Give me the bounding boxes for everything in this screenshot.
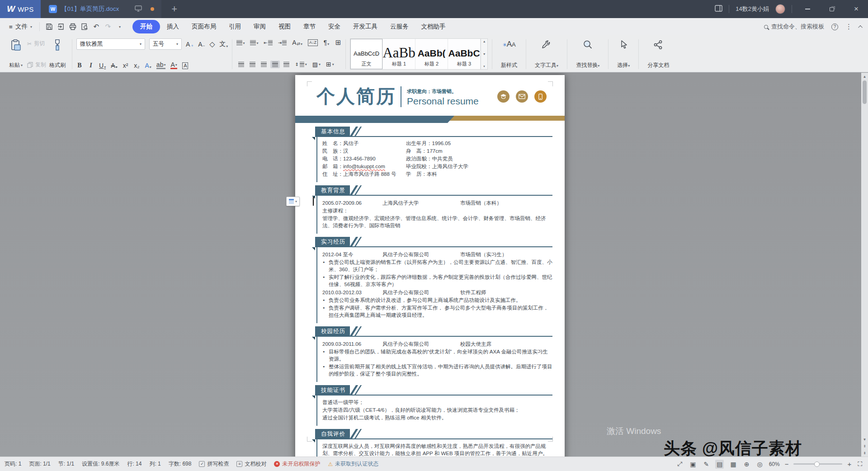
align-left-button[interactable] xyxy=(236,61,246,68)
web-view-icon[interactable]: ⊕ xyxy=(743,460,751,469)
screen-share-icon[interactable] xyxy=(135,5,142,13)
style-item-标题 2[interactable]: AaBb(标题 2 xyxy=(415,39,448,69)
menu-tab-开发工具[interactable]: 开发工具 xyxy=(347,20,383,33)
menu-tab-文档助手[interactable]: 文档助手 xyxy=(415,20,451,33)
multipage-view-icon[interactable]: ▣ xyxy=(689,460,697,469)
text-layout-button[interactable]: ⊞ xyxy=(335,38,341,47)
sort-button[interactable]: A↓Z xyxy=(308,39,318,46)
statusbar-item[interactable]: ≡文档校对 xyxy=(236,460,266,468)
shrink-font-button[interactable]: A− xyxy=(198,41,205,48)
scroll-down-icon[interactable]: ▼ xyxy=(863,438,867,442)
paste-button[interactable]: 粘贴▾ xyxy=(5,38,26,71)
statusbar-item[interactable]: 列: 1 xyxy=(149,460,160,468)
menu-tab-安全[interactable]: 安全 xyxy=(322,20,346,33)
italic-button[interactable]: I xyxy=(88,62,94,69)
justify-button[interactable] xyxy=(270,61,280,68)
align-center-button[interactable] xyxy=(248,61,257,68)
style-item-标题 3[interactable]: AaBbC标题 3 xyxy=(448,39,481,69)
document-canvas[interactable]: 个人简历 求职意向：市场营销。 Personal resume xyxy=(0,73,868,457)
show-marks-button[interactable]: ¶▾ xyxy=(323,39,330,46)
superscript-button[interactable]: x² xyxy=(123,62,129,69)
avatar[interactable] xyxy=(775,4,785,14)
zoom-out-button[interactable]: − xyxy=(785,460,789,468)
font-name-combo[interactable]: 微软雅黑▾ xyxy=(76,38,145,50)
align-right-button[interactable] xyxy=(259,61,269,68)
help-icon[interactable]: ? xyxy=(831,24,838,30)
minimize-button[interactable] xyxy=(798,0,816,18)
wps-logo[interactable]: W WPS xyxy=(0,0,41,18)
font-color-button[interactable]: A▾ xyxy=(170,62,177,69)
statusbar-item[interactable]: 行: 14 xyxy=(127,460,142,468)
user-name[interactable]: 14数2黄小娟 xyxy=(736,5,769,13)
distribute-button[interactable] xyxy=(282,61,291,68)
document-page[interactable]: 个人简历 求职意向：市场营销。 Personal resume xyxy=(295,75,565,457)
previous-page-icon[interactable]: ⇞ xyxy=(863,444,866,448)
fullscreen-view-icon[interactable]: ⤢ xyxy=(676,459,684,469)
close-button[interactable]: × xyxy=(847,0,865,18)
gallery-down-icon[interactable]: ▼ xyxy=(483,52,486,56)
format-painter-button[interactable]: 格式刷 xyxy=(47,38,68,71)
scroll-up-icon[interactable]: ▲ xyxy=(863,73,867,80)
print-preview-button[interactable] xyxy=(79,21,90,33)
numbered-list-button[interactable]: ▾ xyxy=(250,40,258,45)
zoom-slider[interactable] xyxy=(793,463,842,465)
menu-tab-引用[interactable]: 引用 xyxy=(223,20,247,33)
command-search[interactable]: 查找命令、搜索模板 xyxy=(764,23,824,31)
page-view-icon[interactable]: ▤ xyxy=(715,460,724,469)
shading-button[interactable]: ▨▾ xyxy=(311,60,322,69)
more-menu-icon[interactable]: ⋮ xyxy=(845,23,852,31)
print-button[interactable] xyxy=(67,21,79,33)
paste-options-widget[interactable]: ▾ xyxy=(286,197,300,206)
zoom-slider-thumb[interactable] xyxy=(814,462,820,467)
find-replace-button[interactable]: 查找替换▾ xyxy=(571,38,604,71)
file-menu-button[interactable]: ≡ 文件 ▾ xyxy=(5,23,36,31)
select-button[interactable]: 选择▾ xyxy=(613,38,634,71)
grow-font-button[interactable]: A＋ xyxy=(186,41,194,48)
statusbar-item[interactable]: 节: 1/1 xyxy=(58,460,74,468)
bullet-list-button[interactable]: ▾ xyxy=(236,40,245,45)
menu-tab-页面布局[interactable]: 页面布局 xyxy=(186,20,222,33)
font-size-combo[interactable]: 五号▾ xyxy=(149,38,182,50)
cut-button[interactable]: ✂ 剪切 xyxy=(27,40,46,47)
gallery-more-icon[interactable]: ▾ xyxy=(483,65,485,68)
increase-indent-button[interactable]: ⇥ xyxy=(278,40,287,45)
statusbar-item[interactable]: ×未开启权限保护 xyxy=(274,460,320,468)
line-spacing-button[interactable]: ⇕▾ xyxy=(293,61,308,68)
outline-view-icon[interactable]: ▦ xyxy=(729,460,737,469)
gallery-up-icon[interactable]: ▲ xyxy=(483,40,486,43)
decrease-indent-button[interactable]: ⇤ xyxy=(264,40,272,45)
share-document-button[interactable]: 分享文档 xyxy=(643,38,674,71)
vertical-scrollbar[interactable]: ▲ ▼ ⇞ ⇟ xyxy=(861,73,868,457)
menu-tab-章节[interactable]: 章节 xyxy=(297,20,321,33)
zoom-level[interactable]: 60% xyxy=(769,461,780,467)
character-scale-button[interactable]: A⇄▾ xyxy=(292,39,302,46)
subscript-button[interactable]: x₂ xyxy=(134,62,140,69)
statusbar-item[interactable]: 设置值: 9.6厘米 xyxy=(82,460,119,468)
character-border-button[interactable]: A xyxy=(182,62,189,69)
export-pdf-button[interactable] xyxy=(55,21,67,33)
style-item-标题 1[interactable]: AaBb标题 1 xyxy=(383,39,415,69)
statusbar-item[interactable]: 字数: 698 xyxy=(169,460,192,468)
menu-tab-插入[interactable]: 插入 xyxy=(161,20,185,33)
text-effects-button[interactable]: A▾ xyxy=(145,62,151,69)
new-style-button[interactable]: ✳AA 新样式 xyxy=(496,38,522,71)
borders-button[interactable]: ⊞▾ xyxy=(324,59,336,69)
menu-tab-开始[interactable]: 开始 xyxy=(132,20,160,33)
document-tab[interactable]: W 【01】单页简历.docx xyxy=(41,0,161,18)
text-tool-button[interactable]: 文字工具▾ xyxy=(530,38,563,71)
copy-button[interactable]: 复制 xyxy=(27,61,46,69)
gallery-scroll[interactable]: ▲ ▼ ▾ xyxy=(481,38,488,70)
clear-format-button[interactable]: ◇ xyxy=(209,40,215,48)
ink-pen-icon[interactable]: ✎ xyxy=(702,460,710,469)
underline-button[interactable]: U▾ xyxy=(99,62,106,69)
collapse-ribbon-icon[interactable] xyxy=(858,25,863,29)
bold-button[interactable]: B xyxy=(76,62,83,69)
undo-button[interactable]: ↶ xyxy=(90,21,102,33)
statusbar-item[interactable]: ✓拼写检查 xyxy=(199,460,229,468)
menu-tab-视图[interactable]: 视图 xyxy=(273,20,297,33)
strikethrough-button[interactable]: A▾ xyxy=(111,62,117,69)
save-button[interactable] xyxy=(43,21,55,33)
statusbar-item[interactable]: ⚠未获取到认证状态 xyxy=(328,460,378,468)
eye-protect-icon[interactable]: ◎ xyxy=(755,460,764,469)
quickbar-more-icon[interactable]: ▾ xyxy=(114,21,126,33)
